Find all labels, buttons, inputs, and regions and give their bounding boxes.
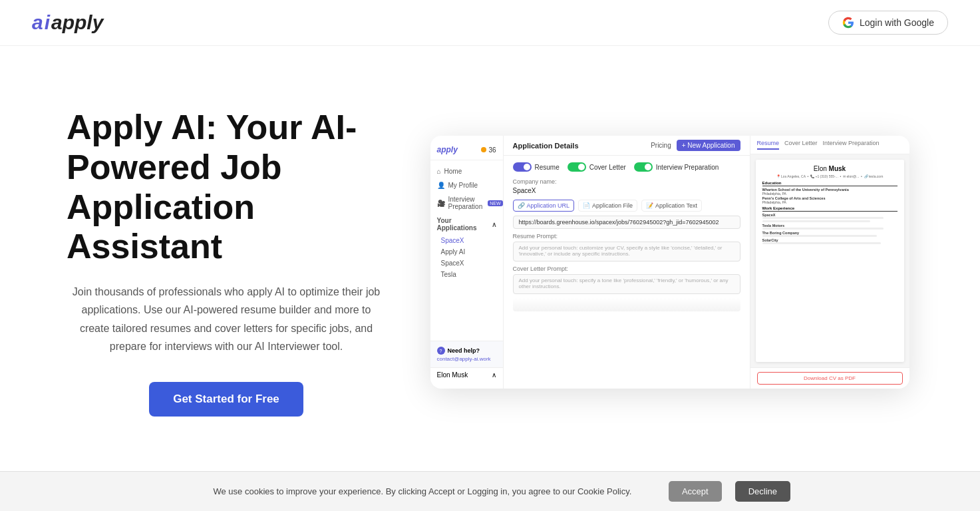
text-icon: 📝 bbox=[646, 202, 653, 209]
hero-title: Apply AI: Your AI-Powered Job Applicatio… bbox=[67, 108, 386, 267]
resume-job-spacex-detail bbox=[762, 217, 884, 219]
download-cv-button[interactable]: Download CV as PDF bbox=[757, 372, 903, 385]
url-tab-text[interactable]: 📝 Application Text bbox=[641, 200, 702, 212]
cookie-decline-button[interactable]: Decline bbox=[735, 481, 790, 502]
interview-badge: NEW bbox=[488, 200, 502, 206]
text-tab-label: Application Text bbox=[655, 202, 697, 209]
toggle-row: Resume Cover Letter Interview Preparatio… bbox=[513, 162, 740, 172]
resume-toggle[interactable] bbox=[513, 162, 532, 172]
resume-last-name: Musk bbox=[829, 165, 846, 172]
google-icon bbox=[842, 17, 854, 29]
cover-letter-label: Cover Letter Prompt: bbox=[513, 265, 740, 272]
sidebar-item-home[interactable]: ⌂ Home bbox=[430, 164, 503, 178]
resume-job-tesla-detail bbox=[762, 228, 884, 230]
main-content: Apply AI: Your AI-Powered Job Applicatio… bbox=[0, 46, 980, 478]
sidebar-help: ? Need help? contact@apply-ai.work bbox=[430, 341, 503, 367]
sidebar-app-tesla[interactable]: Tesla bbox=[430, 269, 503, 280]
help-icon: ? bbox=[437, 347, 445, 355]
url-tab-file[interactable]: 📄 Application File bbox=[578, 200, 637, 212]
url-tab-row: 🔗 Application URL 📄 Application File 📝 A… bbox=[513, 200, 740, 212]
resume-panel: Resume Cover Letter Interview Preparatio… bbox=[750, 136, 909, 389]
toggle-cover-letter[interactable]: Cover Letter bbox=[568, 162, 626, 172]
logo-a: a bbox=[32, 11, 43, 34]
sidebar-app-spacex[interactable]: SpaceX bbox=[430, 235, 503, 246]
interview-icon: 🎥 bbox=[437, 200, 445, 207]
file-icon: 📄 bbox=[583, 202, 590, 209]
app-topbar-title: Application Details bbox=[513, 142, 579, 150]
resume-experience-title: Work Experience bbox=[762, 206, 898, 212]
resume-prompt-label: Resume Prompt: bbox=[513, 233, 740, 240]
sidebar-home-label: Home bbox=[444, 168, 462, 175]
app-topbar: Application Details Pricing + New Applic… bbox=[504, 136, 750, 156]
application-url-input[interactable]: https://boards.greenhouse.io/spacex/jobs… bbox=[513, 216, 740, 229]
header: aiapply Login with Google bbox=[0, 0, 980, 46]
interview-toggle-label: Interview Preparation bbox=[656, 164, 719, 171]
app-logo-text: apply bbox=[437, 145, 458, 154]
login-with-google-button[interactable]: Login with Google bbox=[828, 11, 948, 35]
resume-edu-1-sub: Philadelphia, PA bbox=[762, 192, 898, 196]
new-application-button[interactable]: + New Application bbox=[677, 140, 740, 151]
sidebar-item-interview[interactable]: 🎥 Interview Preparation NEW bbox=[430, 192, 503, 214]
hero-subtitle: Join thousands of professionals who appl… bbox=[67, 283, 386, 355]
sidebar-interview-label: Interview Preparation bbox=[448, 196, 483, 210]
user-name: Elon Musk bbox=[437, 371, 468, 379]
app-topbar-actions: Pricing + New Application bbox=[651, 140, 740, 151]
company-value: SpaceX bbox=[513, 187, 740, 194]
fade-overlay bbox=[513, 298, 740, 311]
resume-tab-interview[interactable]: Interview Preparation bbox=[823, 140, 880, 150]
sidebar-item-profile[interactable]: 👤 My Profile bbox=[430, 178, 503, 192]
cover-letter-textarea[interactable]: Add your personal touch: specify a tone … bbox=[513, 274, 740, 294]
logo: aiapply bbox=[32, 11, 103, 34]
resume-paper: Elon Musk 📍 Los Angeles, CA • 📞 +1 (310)… bbox=[756, 160, 904, 362]
app-inner-layout: apply 36 ⌂ Home 👤 My Profile bbox=[430, 136, 909, 389]
resume-job-spacex-detail2 bbox=[762, 220, 870, 222]
resume-job-solar-detail bbox=[762, 242, 882, 244]
cookie-accept-button[interactable]: Accept bbox=[669, 481, 722, 502]
user-icon: 👤 bbox=[437, 182, 445, 189]
app-content: Resume Cover Letter Interview Preparatio… bbox=[504, 156, 750, 389]
cookie-text: We use cookies to improve your experienc… bbox=[190, 486, 655, 496]
interview-toggle[interactable] bbox=[634, 162, 653, 172]
cookie-banner: We use cookies to improve your experienc… bbox=[0, 471, 980, 511]
help-email: contact@apply-ai.work bbox=[437, 356, 496, 362]
sidebar-app-spacex2[interactable]: SpaceX bbox=[430, 257, 503, 269]
resume-footer: Download CV as PDF bbox=[750, 367, 909, 389]
url-tab-link[interactable]: 🔗 Application URL bbox=[513, 200, 575, 212]
logo-pply: apply bbox=[51, 11, 103, 34]
resume-edu-2-sub: Philadelphia, PA bbox=[762, 200, 898, 204]
chevron-down-icon: ∧ bbox=[492, 221, 496, 228]
resume-contact: 📍 Los Angeles, CA • 📞 +1 (310) 555-... •… bbox=[762, 174, 898, 178]
home-icon: ⌂ bbox=[437, 168, 441, 175]
company-label: Company name: bbox=[513, 178, 740, 185]
resume-tab-row: Resume Cover Letter Interview Preparatio… bbox=[750, 136, 909, 154]
login-button-label: Login with Google bbox=[860, 17, 934, 28]
link-icon: 🔗 bbox=[518, 202, 525, 209]
chevron-icon: ∧ bbox=[492, 371, 496, 379]
app-main-area: Application Details Pricing + New Applic… bbox=[504, 136, 750, 389]
cover-letter-toggle[interactable] bbox=[568, 162, 586, 172]
resume-prompt-textarea[interactable]: Add your personal touch: customize your … bbox=[513, 242, 740, 261]
resume-education-title: Education bbox=[762, 181, 898, 186]
file-tab-label: Application File bbox=[592, 202, 633, 209]
sidebar-app-applyai[interactable]: Apply AI bbox=[430, 246, 503, 257]
cover-letter-toggle-label: Cover Letter bbox=[589, 164, 626, 171]
hero-section: Apply AI: Your AI-Powered Job Applicatio… bbox=[67, 108, 386, 417]
pricing-link[interactable]: Pricing bbox=[651, 142, 671, 149]
get-started-button[interactable]: Get Started for Free bbox=[149, 382, 303, 417]
toggle-resume[interactable]: Resume bbox=[513, 162, 560, 172]
sidebar-profile-label: My Profile bbox=[448, 182, 478, 189]
resume-name: Elon Musk bbox=[762, 165, 898, 172]
resume-tab-cover[interactable]: Cover Letter bbox=[784, 140, 818, 150]
resume-tab-resume[interactable]: Resume bbox=[757, 140, 780, 150]
sidebar-user[interactable]: Elon Musk ∧ bbox=[430, 367, 503, 382]
url-tab-label: Application URL bbox=[527, 202, 570, 209]
resume-toggle-label: Resume bbox=[535, 164, 560, 171]
app-sidebar: apply 36 ⌂ Home 👤 My Profile bbox=[430, 136, 504, 389]
sidebar-section-apps: Your Applications ∧ bbox=[430, 214, 503, 235]
app-preview-container: apply 36 ⌂ Home 👤 My Profile bbox=[412, 136, 927, 389]
logo-i: i bbox=[45, 11, 50, 34]
coin-icon bbox=[481, 147, 486, 152]
toggle-interview[interactable]: Interview Preparation bbox=[634, 162, 719, 172]
help-label: Need help? bbox=[448, 347, 480, 354]
resume-preview-area: Elon Musk 📍 Los Angeles, CA • 📞 +1 (310)… bbox=[750, 154, 909, 367]
